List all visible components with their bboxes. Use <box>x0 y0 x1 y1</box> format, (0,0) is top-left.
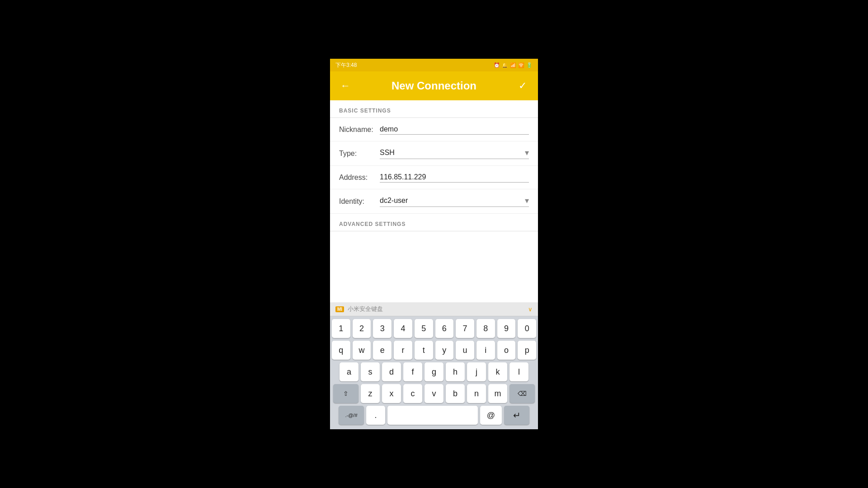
key-q[interactable]: q <box>332 341 350 360</box>
key-5[interactable]: 5 <box>415 319 433 338</box>
key-v[interactable]: v <box>425 384 443 403</box>
nickname-input-wrap <box>380 124 529 135</box>
battery-icon: 🔋 <box>526 62 533 68</box>
key-h[interactable]: h <box>446 362 465 381</box>
keyboard-toolbar-text: 小米安全键盘 <box>348 305 383 313</box>
key-2[interactable]: 2 <box>353 319 371 338</box>
key-w[interactable]: w <box>353 341 371 360</box>
keyboard-toolbar-left: MI 小米安全键盘 <box>335 305 383 313</box>
backspace-key[interactable]: ⌫ <box>509 384 535 403</box>
symbol-key[interactable]: .-@/# <box>339 406 364 425</box>
keyboard: MI 小米安全键盘 ∨ 1 2 3 4 5 6 7 8 9 0 q w <box>330 302 538 429</box>
signal-icon: 📶 <box>510 62 516 68</box>
key-t[interactable]: t <box>415 341 433 360</box>
key-d[interactable]: d <box>382 362 401 381</box>
mi-logo: MI <box>335 306 344 312</box>
nickname-input[interactable] <box>380 124 529 135</box>
key-9[interactable]: 9 <box>497 319 516 338</box>
key-0[interactable]: 0 <box>518 319 536 338</box>
key-b[interactable]: b <box>446 384 465 403</box>
key-i[interactable]: i <box>476 341 495 360</box>
keyboard-row-a: a s d f g h j k l <box>332 362 536 381</box>
key-s[interactable]: s <box>361 362 380 381</box>
type-label: Type: <box>339 150 380 158</box>
key-6[interactable]: 6 <box>435 319 454 338</box>
key-u[interactable]: u <box>456 341 474 360</box>
keyboard-collapse-icon[interactable]: ∨ <box>528 306 533 313</box>
key-k[interactable]: k <box>488 362 507 381</box>
keyboard-rows: 1 2 3 4 5 6 7 8 9 0 q w e r t y u i <box>330 316 538 429</box>
key-n[interactable]: n <box>467 384 486 403</box>
status-bar: 下午3:48 ⏰ 🔔 📶 🛜 🔋 <box>330 59 538 71</box>
key-r[interactable]: r <box>394 341 412 360</box>
key-o[interactable]: o <box>497 341 516 360</box>
clock-icon: 🔔 <box>502 62 508 68</box>
status-time: 下午3:48 <box>335 61 357 69</box>
app-bar: ← New Connection ✓ <box>330 71 538 100</box>
key-a[interactable]: a <box>340 362 359 381</box>
key-g[interactable]: g <box>425 362 443 381</box>
enter-key[interactable]: ↵ <box>504 406 529 425</box>
type-dropdown-arrow: ▾ <box>525 148 529 158</box>
status-icons: ⏰ 🔔 📶 🛜 🔋 <box>494 62 533 68</box>
phone-screen: 下午3:48 ⏰ 🔔 📶 🛜 🔋 ← New Connection ✓ BASI… <box>330 59 538 429</box>
key-4[interactable]: 4 <box>394 319 412 338</box>
key-f[interactable]: f <box>403 362 422 381</box>
type-select[interactable]: SSH ▾ <box>380 148 529 159</box>
key-c[interactable]: c <box>403 384 422 403</box>
address-label: Address: <box>339 174 380 182</box>
form-content: BASIC SETTINGS Nickname: Type: SSH ▾ Add… <box>330 100 538 302</box>
key-y[interactable]: y <box>435 341 454 360</box>
status-time-area: 下午3:48 <box>335 61 357 69</box>
key-m[interactable]: m <box>488 384 507 403</box>
key-7[interactable]: 7 <box>456 319 474 338</box>
key-1[interactable]: 1 <box>332 319 350 338</box>
type-value: SSH <box>380 149 395 157</box>
shift-key[interactable]: ⇧ <box>333 384 359 403</box>
dot-key[interactable]: . <box>366 406 385 425</box>
type-row: Type: SSH ▾ <box>330 141 538 166</box>
nickname-label: Nickname: <box>339 126 380 134</box>
address-row: Address: <box>330 166 538 189</box>
nickname-row: Nickname: <box>330 118 538 141</box>
key-e[interactable]: e <box>373 341 392 360</box>
keyboard-row-bottom: .-@/# . @ ↵ <box>332 406 536 425</box>
identity-label: Identity: <box>339 197 380 206</box>
key-z[interactable]: z <box>361 384 380 403</box>
address-input-wrap <box>380 172 529 183</box>
wifi-icon: 🛜 <box>518 62 524 68</box>
key-x[interactable]: x <box>382 384 401 403</box>
key-l[interactable]: l <box>509 362 528 381</box>
page-title: New Connection <box>354 80 514 92</box>
space-key[interactable] <box>387 406 478 425</box>
keyboard-row-q: q w e r t y u i o p <box>332 341 536 360</box>
key-8[interactable]: 8 <box>476 319 495 338</box>
address-input[interactable] <box>380 172 529 183</box>
confirm-button[interactable]: ✓ <box>514 80 531 92</box>
keyboard-row-numbers: 1 2 3 4 5 6 7 8 9 0 <box>332 319 536 338</box>
identity-row: Identity: dc2-user ▾ <box>330 189 538 214</box>
keyboard-toolbar: MI 小米安全键盘 ∨ <box>330 302 538 316</box>
key-p[interactable]: p <box>518 341 536 360</box>
back-button[interactable]: ← <box>337 80 354 92</box>
keyboard-row-z: ⇧ z x c v b n m ⌫ <box>332 384 536 403</box>
basic-settings-header: BASIC SETTINGS <box>330 100 538 118</box>
at-key[interactable]: @ <box>480 406 502 425</box>
identity-dropdown-arrow: ▾ <box>525 196 529 206</box>
identity-select[interactable]: dc2-user ▾ <box>380 196 529 207</box>
identity-value: dc2-user <box>380 197 408 205</box>
key-3[interactable]: 3 <box>373 319 392 338</box>
alarm-icon: ⏰ <box>494 62 500 68</box>
key-j[interactable]: j <box>467 362 486 381</box>
advanced-settings-header: ADVANCED SETTINGS <box>330 214 538 231</box>
